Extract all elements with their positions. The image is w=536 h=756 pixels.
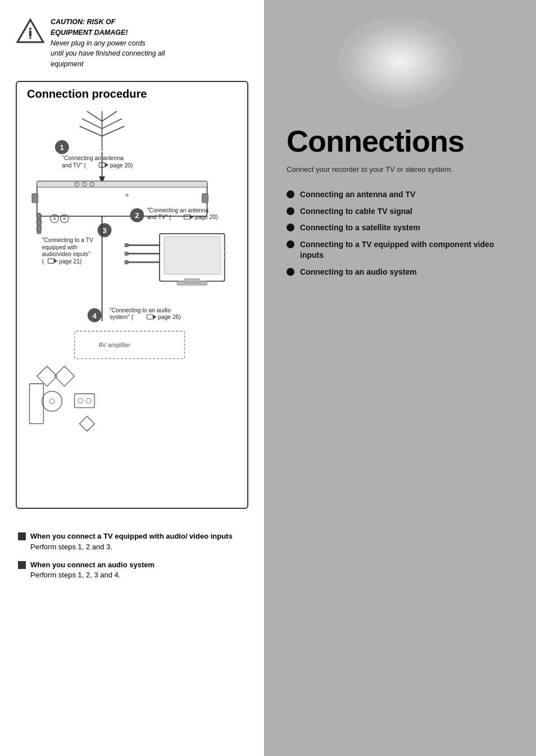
svg-rect-55: [125, 252, 129, 256]
svg-marker-16: [105, 162, 108, 167]
svg-text:audio/video inputs": audio/video inputs": [42, 251, 91, 257]
svg-text:1: 1: [60, 143, 65, 152]
connection-procedure-box: Connection procedure 1 "Connecting an an…: [16, 81, 248, 509]
svg-point-79: [49, 399, 54, 404]
svg-text:AV amplifier: AV amplifier: [98, 341, 130, 348]
steps-bottom: When you connect a TV equipped with audi…: [16, 531, 248, 584]
svg-rect-53: [125, 243, 129, 247]
svg-rect-27: [202, 194, 208, 203]
step-tv-square-icon: [18, 532, 26, 540]
step-audio-title: When you connect an audio system: [30, 561, 155, 569]
svg-rect-71: [147, 315, 153, 319]
svg-line-5: [87, 111, 102, 121]
glow-effect: [338, 17, 462, 107]
svg-text:"Connecting to an audio: "Connecting to an audio: [110, 307, 171, 313]
svg-line-8: [102, 119, 122, 129]
caution-line5: equipment: [51, 60, 83, 68]
connection-procedure-title: Connection procedure: [27, 88, 237, 101]
connections-list: Connecting an antenna and TV Connecting …: [287, 189, 514, 278]
step-tv-title: When you connect a TV equipped with audi…: [30, 532, 233, 540]
svg-text:"Connecting to a TV: "Connecting to a TV: [42, 237, 93, 243]
step-tv-body: Perform steps 1, 2 and 3.: [30, 543, 112, 551]
step-tv-text: When you connect a TV equipped with audi…: [30, 531, 233, 552]
svg-rect-40: [184, 215, 190, 219]
step-audio-item: When you connect an audio system Perform…: [18, 560, 248, 580]
svg-rect-61: [184, 279, 199, 283]
svg-point-63: [224, 244, 226, 247]
svg-rect-49: [48, 258, 54, 263]
svg-rect-80: [75, 394, 95, 408]
bullet-icon: [287, 240, 294, 248]
right-panel: Connections Connect your recorder to you…: [264, 0, 536, 756]
svg-rect-3: [29, 31, 31, 37]
list-item-label: Connecting to an audio system: [300, 267, 417, 278]
svg-line-9: [80, 126, 102, 136]
caution-line2: EQUIPMENT DAMAGE!: [51, 29, 128, 37]
svg-point-81: [78, 398, 83, 403]
svg-marker-50: [54, 258, 57, 263]
svg-text:and TV" (: and TV" (: [62, 162, 86, 168]
svg-point-64: [224, 250, 226, 252]
left-panel: ! CAUTION: RISK OF EQUIPMENT DAMAGE! Nev…: [0, 0, 264, 756]
svg-marker-83: [80, 416, 95, 431]
svg-point-35: [63, 217, 66, 220]
svg-rect-57: [125, 260, 129, 264]
step-audio-square-icon: [18, 561, 26, 569]
svg-text:4: 4: [93, 311, 97, 320]
step-audio-body: Perform steps 1, 2, 3 and 4.: [30, 571, 120, 579]
svg-text:equipped with: equipped with: [42, 244, 78, 250]
connections-title: Connections: [287, 124, 514, 158]
svg-line-7: [82, 119, 102, 129]
bullet-icon: [287, 190, 294, 198]
caution-icon: !: [16, 17, 45, 46]
list-item-label: Connecting to a TV equipped with compone…: [300, 239, 514, 261]
svg-line-6: [102, 111, 117, 121]
list-item-label: Connecting an antenna and TV: [300, 189, 415, 201]
svg-text:and TV" (: and TV" (: [147, 214, 171, 220]
list-item: Connecting an antenna and TV: [287, 189, 514, 201]
svg-text:2: 2: [135, 211, 139, 220]
caution-line1: CAUTION: RISK OF: [51, 18, 115, 26]
caution-box: ! CAUTION: RISK OF EQUIPMENT DAMAGE! Nev…: [16, 17, 248, 70]
bullet-icon: [287, 268, 294, 276]
svg-text:(: (: [42, 258, 44, 264]
list-item: Connecting to an audio system: [287, 267, 514, 278]
caution-line4: until you have finished connecting all: [51, 49, 165, 57]
svg-text:"Connecting an antenna: "Connecting an antenna: [62, 155, 124, 161]
svg-text:3: 3: [102, 226, 106, 235]
step-audio-text: When you connect an audio system Perform…: [30, 560, 155, 580]
svg-text:page 21): page 21): [59, 258, 81, 264]
list-item: Connecting to a TV equipped with compone…: [287, 239, 514, 261]
svg-line-10: [102, 126, 125, 136]
svg-rect-26: [32, 194, 38, 203]
bullet-icon: [287, 224, 294, 231]
step-tv-item: When you connect a TV equipped with audi…: [18, 531, 248, 552]
svg-text:page 20): page 20): [110, 162, 133, 168]
list-item: Connecting to cable TV signal: [287, 206, 514, 217]
svg-point-2: [29, 28, 31, 30]
svg-rect-84: [29, 384, 43, 423]
svg-text:system" (: system" (: [110, 314, 134, 320]
bullet-icon: [287, 207, 294, 215]
svg-point-33: [53, 217, 56, 220]
svg-marker-72: [153, 315, 156, 319]
svg-marker-41: [190, 215, 193, 219]
caution-line3: Never plug in any power cords: [51, 39, 146, 47]
svg-point-25: [125, 194, 128, 197]
svg-text:page 20): page 20): [195, 214, 217, 220]
list-item: Connecting to a satellite system: [287, 222, 514, 234]
svg-point-82: [86, 398, 91, 403]
connection-diagram: 1 "Connecting an antenna and TV" ( page …: [27, 106, 237, 497]
svg-point-78: [42, 391, 62, 411]
caution-text: CAUTION: RISK OF EQUIPMENT DAMAGE! Never…: [51, 17, 165, 70]
svg-text:page 26): page 26): [158, 314, 180, 320]
list-item-label: Connecting to a satellite system: [300, 222, 420, 234]
svg-rect-21: [37, 181, 207, 187]
svg-rect-59: [164, 236, 220, 274]
svg-point-65: [224, 256, 226, 258]
svg-text:"Connecting an antenna: "Connecting an antenna: [147, 207, 209, 213]
list-item-label: Connecting to cable TV signal: [300, 206, 412, 217]
connections-subtitle: Connect your recorder to your TV or ster…: [287, 165, 514, 174]
